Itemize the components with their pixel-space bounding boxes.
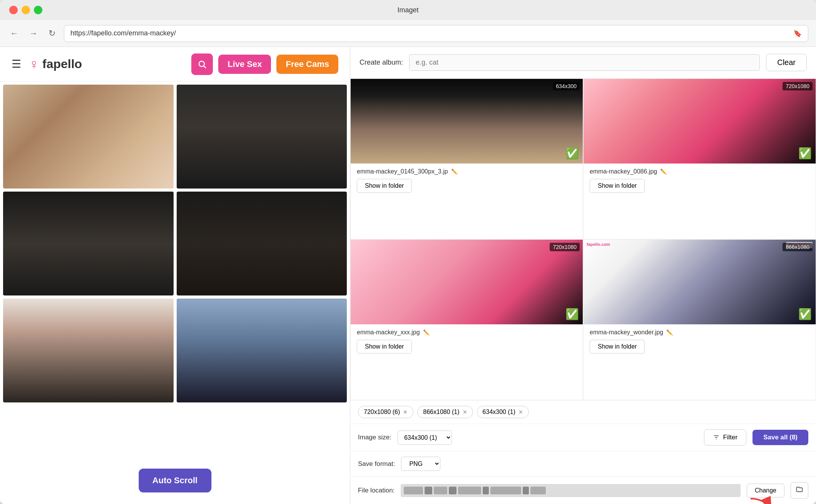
maximize-button[interactable] [34, 6, 42, 14]
fapello-name: fapello [42, 57, 82, 71]
clear-button[interactable]: Clear [766, 54, 807, 71]
fapello-grid-wrapper: Auto Scroll [0, 82, 350, 504]
auto-scroll-button[interactable]: Auto Scroll [139, 469, 211, 492]
fapello-icon: ♀ [29, 56, 39, 72]
edit-icon-3[interactable]: ✏️ [423, 329, 430, 335]
reload-button[interactable]: ↻ [46, 26, 58, 41]
close-button[interactable] [9, 6, 18, 14]
show-folder-btn-1[interactable]: Show in folder [357, 179, 412, 193]
image-thumb-1: 634x300 ✅ [351, 79, 583, 164]
back-button[interactable]: ← [8, 26, 21, 41]
edit-icon-1[interactable]: ✏️ [451, 169, 458, 175]
tag-866x1080: 866x1080 (1) ✕ [417, 406, 473, 418]
hamburger-icon[interactable]: ☰ [12, 58, 21, 70]
controls-row: Image size: 634x300 (1) 720x1080 (6) 866… [350, 424, 816, 451]
image-thumb-4: fapello.com Wonderlan 866x1080 ✅ [584, 240, 816, 324]
image-size-select[interactable]: 634x300 (1) 720x1080 (6) 866x1080 (1) [398, 431, 452, 445]
image-card-info-1: emma-mackey_0145_300px_3.jp ✏️ Show in f… [351, 164, 583, 197]
image-dims-3: 720x1080 [550, 243, 580, 251]
tag-remove-866x1080[interactable]: ✕ [463, 409, 467, 415]
minimize-button[interactable] [22, 6, 30, 14]
image-check-1: ✅ [565, 147, 579, 160]
bookmark-icon: 🔖 [793, 29, 802, 38]
file-location-label: File location: [358, 487, 395, 494]
location-row: File location: Change [350, 477, 816, 504]
main-content: ☰ ♀ fapello Live Sex Free Cams [0, 47, 816, 504]
image-filename-2: emma-mackey_0086.jpg ✏️ [590, 168, 809, 175]
save-all-button[interactable]: Save all (8) [752, 430, 808, 445]
live-sex-button[interactable]: Live Sex [218, 55, 271, 74]
image-check-2: ✅ [798, 147, 812, 160]
svg-point-0 [199, 61, 204, 67]
save-format-label: Save format: [358, 460, 395, 468]
header-actions: Live Sex Free Cams [191, 53, 338, 75]
album-input[interactable] [409, 54, 760, 71]
image-card-2: 720x1080 ✅ emma-mackey_0086.jpg ✏️ Show … [583, 78, 816, 239]
image-dims-4: 866x1080 [783, 243, 813, 251]
images-area: 634x300 ✅ emma-mackey_0145_300px_3.jp ✏️… [350, 78, 816, 401]
tag-remove-634x300[interactable]: ✕ [518, 409, 523, 415]
search-button[interactable] [191, 53, 213, 75]
filter-label: Filter [723, 434, 737, 441]
tags-row: 720x1080 (6) ✕ 866x1080 (1) ✕ 634x300 (1… [350, 401, 816, 424]
fapello-image-grid [0, 82, 350, 406]
grid-image-5 [3, 299, 174, 402]
image-filename-4: emma-mackey_wonder.jpg ✏️ [590, 329, 809, 336]
window-title: Imaget [397, 6, 418, 14]
image-card-info-4: emma-mackey_wonder.jpg ✏️ Show in folder [584, 324, 816, 358]
tag-720x1080: 720x1080 (6) ✕ [358, 406, 413, 418]
fapello-logo: ♀ fapello [29, 56, 82, 72]
image-dims-2: 720x1080 [783, 82, 813, 90]
url-bar[interactable]: https://fapello.com/emma-mackey/ 🔖 [64, 25, 808, 42]
image-thumb-3: 720x1080 ✅ [351, 240, 583, 324]
edit-icon-2[interactable]: ✏️ [660, 169, 667, 175]
image-card-1: 634x300 ✅ emma-mackey_0145_300px_3.jp ✏️… [350, 78, 583, 239]
fapello-header: ☰ ♀ fapello Live Sex Free Cams [0, 47, 350, 82]
image-filename-3: emma-mackey_xxx.jpg ✏️ [357, 329, 577, 336]
arrow-indicator [747, 495, 778, 504]
show-folder-btn-3[interactable]: Show in folder [357, 340, 412, 354]
imaget-panel: Create album: Clear 634x300 ✅ emma-macke… [350, 47, 816, 504]
url-text: https://fapello.com/emma-mackey/ [70, 29, 789, 37]
image-card-info-2: emma-mackey_0086.jpg ✏️ Show in folder [584, 164, 816, 197]
titlebar: Imaget [0, 0, 816, 20]
format-select[interactable]: PNG JPG WEBP [401, 457, 440, 471]
image-card-4: fapello.com Wonderlan 866x1080 ✅ emma-ma… [583, 239, 816, 400]
filter-button[interactable]: Filter [704, 429, 746, 446]
album-bar: Create album: Clear [350, 47, 816, 78]
tag-remove-720x1080[interactable]: ✕ [403, 409, 408, 415]
free-cams-button[interactable]: Free Cams [276, 55, 338, 74]
forward-button[interactable]: → [27, 26, 40, 41]
svg-line-1 [204, 66, 206, 68]
traffic-lights [9, 6, 42, 14]
grid-image-1 [3, 85, 174, 189]
image-check-3: ✅ [565, 308, 579, 320]
image-size-label: Image size: [358, 434, 391, 441]
image-filename-1: emma-mackey_0145_300px_3.jp ✏️ [357, 168, 577, 175]
format-row: Save format: PNG JPG WEBP [350, 451, 816, 477]
show-folder-btn-4[interactable]: Show in folder [590, 340, 645, 354]
browser-bar: ← → ↻ https://fapello.com/emma-mackey/ 🔖 [0, 20, 816, 47]
image-card-3: 720x1080 ✅ emma-mackey_xxx.jpg ✏️ Show i… [350, 239, 583, 400]
grid-image-4 [177, 192, 347, 295]
folder-icon-button[interactable] [791, 482, 808, 499]
app-window: Imaget ← → ↻ https://fapello.com/emma-ma… [0, 0, 816, 504]
grid-image-2 [177, 85, 347, 189]
grid-image-6 [177, 299, 347, 402]
image-dims-1: 634x300 [553, 82, 580, 90]
location-bar [401, 484, 741, 497]
tag-634x300: 634x300 (1) ✕ [477, 406, 529, 418]
grid-image-3 [3, 192, 174, 295]
image-thumb-2: 720x1080 ✅ [584, 79, 816, 164]
album-label: Create album: [360, 58, 403, 67]
image-check-4: ✅ [798, 308, 812, 320]
browser-panel: ☰ ♀ fapello Live Sex Free Cams [0, 47, 350, 504]
show-folder-btn-2[interactable]: Show in folder [590, 179, 645, 193]
edit-icon-4[interactable]: ✏️ [666, 329, 673, 335]
image-card-info-3: emma-mackey_xxx.jpg ✏️ Show in folder [351, 324, 583, 358]
